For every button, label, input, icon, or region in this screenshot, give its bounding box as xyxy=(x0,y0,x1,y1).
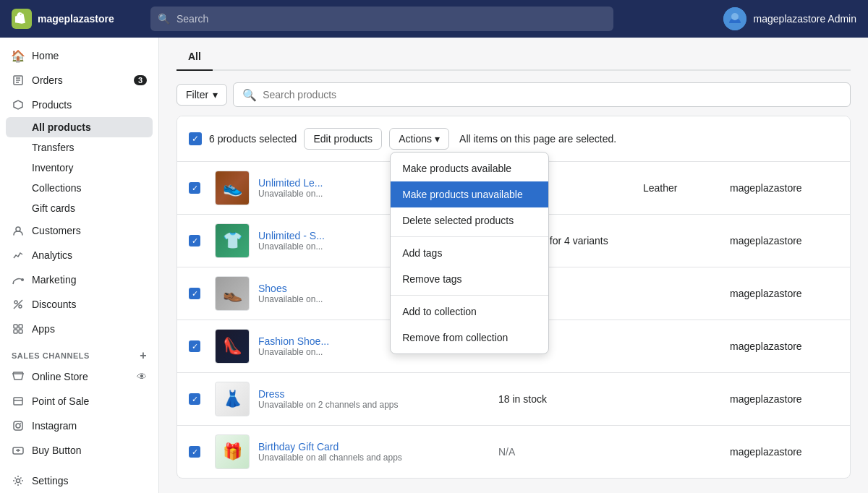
sidebar-label-discounts: Discounts xyxy=(32,299,76,310)
sidebar-item-point-of-sale[interactable]: Point of Sale xyxy=(0,389,158,413)
dropdown-item-add-collection[interactable]: Add to collection xyxy=(391,299,548,325)
product-checkbox-2[interactable]: ✓ xyxy=(189,235,200,246)
filter-chevron-icon: ▾ xyxy=(213,89,218,100)
actions-dropdown-menu: Make products available Make products un… xyxy=(390,152,549,354)
sidebar-item-analytics[interactable]: Analytics xyxy=(0,243,158,267)
sidebar-item-online-store[interactable]: Online Store 👁 xyxy=(0,364,158,389)
product-image-2: 👕 xyxy=(215,223,250,258)
dropdown-item-make-unavailable[interactable]: Make products unavailable xyxy=(391,181,548,207)
sidebar-item-inventory[interactable]: Inventory xyxy=(0,158,158,178)
product-vendor-2: mageplazastore xyxy=(730,235,838,246)
point-of-sale-icon xyxy=(12,395,25,408)
sidebar-item-home[interactable]: 🏠 Home xyxy=(0,43,158,68)
product-status-1: Unavailable on... xyxy=(258,189,323,199)
sidebar-item-buy-button[interactable]: Buy Button xyxy=(0,438,158,463)
product-checkbox-6[interactable]: ✓ xyxy=(189,446,200,458)
edit-products-button[interactable]: Edit products xyxy=(304,128,382,150)
product-checkbox-5[interactable]: ✓ xyxy=(189,393,200,405)
top-navigation: mageplazastore 🔍 mageplazastore Admin xyxy=(0,0,868,38)
svg-rect-13 xyxy=(19,330,22,333)
product-name-5[interactable]: Dress xyxy=(258,388,398,400)
sidebar-item-gift-cards[interactable]: Gift cards xyxy=(0,198,158,218)
product-image-1: 👟 xyxy=(215,171,250,205)
avatar xyxy=(723,7,746,30)
sidebar-item-products[interactable]: Products xyxy=(0,93,158,117)
sidebar-item-settings[interactable]: Settings xyxy=(0,468,158,493)
inventory-label: Inventory xyxy=(32,162,74,173)
product-type-1: Leather xyxy=(643,182,730,194)
all-products-label: All products xyxy=(32,121,91,133)
product-name-6[interactable]: Birthday Gift Card xyxy=(258,441,402,453)
sidebar-item-orders[interactable]: Orders 3 xyxy=(0,68,158,93)
sidebar-item-collections[interactable]: Collections xyxy=(0,178,158,198)
svg-point-6 xyxy=(16,227,20,231)
svg-point-17 xyxy=(16,424,20,428)
selected-count: 6 products selected xyxy=(209,133,297,145)
sidebar-label-analytics: Analytics xyxy=(32,249,72,261)
dropdown-item-delete-selected[interactable]: Delete selected products xyxy=(391,207,548,233)
search-products-bar[interactable]: 🔍 xyxy=(233,82,851,107)
online-store-eye-icon: 👁 xyxy=(137,371,147,382)
sidebar-item-instagram[interactable]: Instagram xyxy=(0,413,158,438)
sidebar-label-orders: Orders xyxy=(32,74,63,86)
svg-rect-16 xyxy=(14,421,22,430)
product-vendor-1: mageplazastore xyxy=(730,182,838,194)
table-row: ✓ 👗 Dress Unavailable on 2 channels and … xyxy=(177,373,850,426)
search-input[interactable] xyxy=(150,7,613,31)
select-all-checkbox[interactable]: ✓ xyxy=(189,132,202,145)
sales-channels-header: SALES CHANNELS + xyxy=(0,341,158,364)
online-store-icon xyxy=(12,370,25,383)
dropdown-item-remove-collection[interactable]: Remove from collection xyxy=(391,325,548,351)
add-sales-channel-button[interactable]: + xyxy=(140,350,147,361)
sales-channels-label: SALES CHANNELS xyxy=(12,351,90,360)
discounts-icon xyxy=(12,298,25,311)
sidebar-item-apps[interactable]: Apps xyxy=(0,317,158,341)
dropdown-item-remove-tags[interactable]: Remove tags xyxy=(391,266,548,292)
gift-cards-label: Gift cards xyxy=(32,202,75,214)
product-name-2[interactable]: Unlimited - S... xyxy=(258,230,325,241)
product-name-4[interactable]: Fashion Shoe... xyxy=(258,335,329,347)
product-name-3[interactable]: Shoes xyxy=(258,283,323,294)
svg-point-18 xyxy=(20,423,22,424)
orders-icon xyxy=(12,74,25,87)
sidebar-item-customers[interactable]: Customers xyxy=(0,218,158,243)
buy-button-icon xyxy=(12,444,25,457)
customers-icon xyxy=(12,224,25,237)
dropdown-divider-1 xyxy=(391,236,548,237)
product-checkbox-3[interactable]: ✓ xyxy=(189,288,200,299)
sidebar-item-marketing[interactable]: Marketing xyxy=(0,267,158,292)
sidebar-label-marketing: Marketing xyxy=(32,274,76,286)
marketing-icon xyxy=(12,273,25,286)
search-bar[interactable]: 🔍 xyxy=(150,7,613,31)
product-name-1[interactable]: Unlimited Le... xyxy=(258,177,323,189)
user-area[interactable]: mageplazastore Admin xyxy=(723,7,856,30)
dropdown-divider-2 xyxy=(391,295,548,296)
transfers-label: Transfers xyxy=(32,142,75,153)
product-image-5: 👗 xyxy=(215,382,250,416)
shopify-logo xyxy=(12,9,32,29)
product-checkbox-4[interactable]: ✓ xyxy=(189,340,200,352)
product-checkbox-1[interactable]: ✓ xyxy=(189,182,200,194)
dropdown-item-add-tags[interactable]: Add tags xyxy=(391,240,548,266)
svg-point-8 xyxy=(14,301,17,304)
sidebar-label-apps: Apps xyxy=(32,323,55,335)
product-vendor-6: mageplazastore xyxy=(730,446,838,458)
products-table: ✓ 6 products selected Edit products Acti… xyxy=(176,116,851,479)
tabs-bar: All xyxy=(176,38,851,71)
actions-button[interactable]: Actions ▾ Make products available Make p… xyxy=(389,128,449,150)
sidebar-item-transfers[interactable]: Transfers xyxy=(0,137,158,158)
sidebar-item-discounts[interactable]: Discounts xyxy=(0,292,158,317)
product-info-6: 🎁 Birthday Gift Card Unavailable on all … xyxy=(215,434,498,469)
instagram-icon xyxy=(12,419,25,432)
filter-button[interactable]: Filter ▾ xyxy=(176,84,227,106)
brand-area[interactable]: mageplazastore xyxy=(12,9,142,29)
search-products-input[interactable] xyxy=(263,89,841,100)
sidebar-item-all-products[interactable]: All products xyxy=(6,117,153,137)
dropdown-item-make-available[interactable]: Make products available xyxy=(391,155,548,181)
tab-all[interactable]: All xyxy=(176,43,213,71)
all-items-text: All items on this page are selected. xyxy=(459,133,616,145)
brand-name: mageplazastore xyxy=(38,13,114,25)
svg-point-9 xyxy=(19,305,22,308)
product-status-4: Unavailable on... xyxy=(258,347,329,357)
table-row: ✓ 🎁 Birthday Gift Card Unavailable on al… xyxy=(177,426,850,478)
